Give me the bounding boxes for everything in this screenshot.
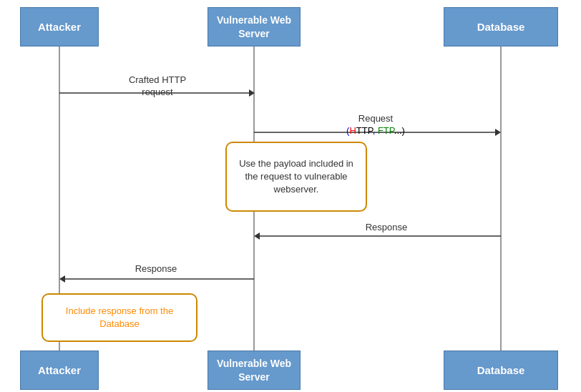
svg-marker-4 — [249, 89, 255, 97]
svg-marker-6 — [495, 129, 501, 136]
note-include-response: Include response from the Database — [42, 293, 197, 342]
svg-marker-8 — [254, 232, 260, 240]
arrow4-label: Response — [113, 263, 199, 275]
svg-marker-10 — [59, 275, 65, 283]
arrow1-label: Crafted HTTPrequest — [114, 74, 200, 99]
diagram: Attacker Vulnerable WebServer Database A… — [0, 0, 581, 392]
actor-webserver-top: Vulnerable WebServer — [208, 7, 301, 46]
actor-database-bottom: Database — [444, 351, 558, 390]
arrow3-label: Response — [343, 222, 429, 234]
actor-database-top: Database — [444, 7, 558, 46]
actor-attacker-top: Attacker — [20, 7, 99, 46]
arrow2-label: Request (HTTP, FTP...) — [329, 113, 422, 137]
actor-webserver-bottom: Vulnerable WebServer — [208, 351, 301, 390]
actor-attacker-bottom: Attacker — [20, 351, 99, 390]
note-payload: Use the payload included in the request … — [225, 142, 367, 212]
